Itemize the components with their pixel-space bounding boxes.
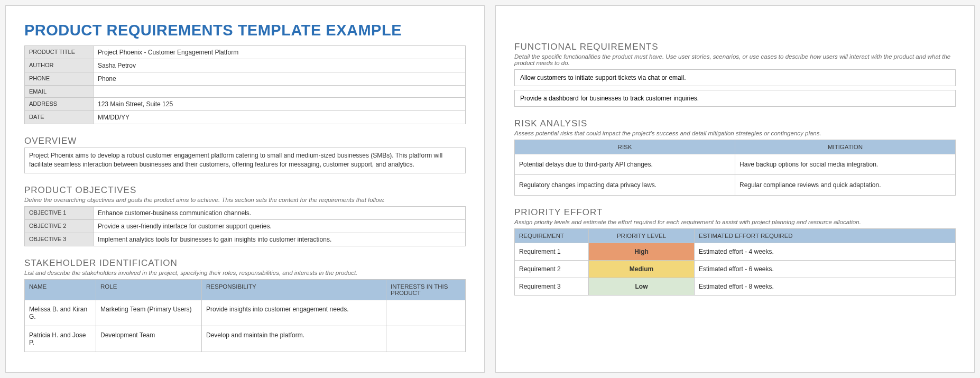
priority-req: Requirement 3: [515, 278, 589, 296]
stakeholders-sub: List and describe the stakeholders invol…: [24, 270, 466, 276]
info-label: ADDRESS: [25, 98, 94, 111]
priority-effort: Estimated effort - 6 weeks.: [695, 261, 956, 278]
functional-sub: Detail the specific functionalities the …: [514, 53, 956, 66]
priority-effort: Estimated effort - 4 weeks.: [695, 243, 956, 261]
info-label: PRODUCT TITLE: [25, 46, 94, 59]
info-value: Sasha Petrov: [94, 59, 466, 72]
stakeholder-role: Development Team: [96, 326, 202, 352]
risk-sub: Assess potential risks that could impact…: [514, 130, 956, 136]
stakeholder-col-role: ROLE: [96, 279, 202, 300]
document-title: PRODUCT REQUIREMENTS TEMPLATE EXAMPLE: [24, 22, 466, 39]
stakeholder-interests: [386, 300, 466, 326]
info-table: PRODUCT TITLEProject Phoenix - Customer …: [24, 45, 466, 124]
overview-heading: OVERVIEW: [24, 136, 466, 146]
functional-item: Allow customers to initiate support tick…: [514, 69, 956, 86]
table-row: Requirement 2 Medium Estimated effort - …: [515, 261, 956, 278]
risk-text: Regulatory changes impacting data privac…: [515, 175, 735, 196]
risk-heading: RISK ANALYSIS: [514, 118, 956, 129]
table-row: Potential delays due to third-party API …: [515, 154, 956, 175]
mitigation-text: Regular compliance reviews and quick ada…: [735, 175, 956, 196]
stakeholder-resp: Provide insights into customer engagemen…: [202, 300, 386, 326]
table-row: Regulatory changes impacting data privac…: [515, 175, 956, 196]
priority-col-effort: ESTIMATED EFFORT REQUIRED: [695, 229, 956, 243]
risk-table: RISK MITIGATION Potential delays due to …: [514, 140, 956, 196]
priority-level-medium: Medium: [589, 261, 695, 278]
risk-col-mitigation: MITIGATION: [735, 140, 956, 154]
info-value: [94, 86, 466, 98]
info-label: AUTHOR: [25, 59, 94, 72]
table-row: Requirement 3 Low Estimated effort - 8 w…: [515, 278, 956, 296]
objective-label: OBJECTIVE 1: [25, 206, 94, 219]
objective-text: Provide a user-friendly interface for cu…: [94, 219, 466, 233]
info-value: MM/DD/YY: [94, 111, 466, 124]
priority-col-req: REQUIREMENT: [515, 229, 589, 243]
info-label: EMAIL: [25, 86, 94, 98]
stakeholder-interests: [386, 326, 466, 352]
risk-col-risk: RISK: [515, 140, 735, 154]
info-label: PHONE: [25, 72, 94, 86]
objective-text: Enhance customer-business communication …: [94, 206, 466, 219]
functional-item: Provide a dashboard for businesses to tr…: [514, 90, 956, 107]
stakeholders-table: NAME ROLE RESPONSIBILITY INTERESTS IN TH…: [24, 279, 466, 352]
stakeholder-col-interests: INTERESTS IN THIS PRODUCT: [386, 279, 466, 300]
objective-label: OBJECTIVE 2: [25, 219, 94, 233]
mitigation-text: Have backup options for social media int…: [735, 154, 956, 175]
priority-level-low: Low: [589, 278, 695, 296]
objective-label: OBJECTIVE 3: [25, 233, 94, 246]
page-2: FUNCTIONAL REQUIREMENTS Detail the speci…: [495, 5, 975, 373]
priority-heading: PRIORITY EFFORT: [514, 207, 956, 218]
table-row: Melissa B. and Kiran G. Marketing Team (…: [25, 300, 466, 326]
info-value: Project Phoenix - Customer Engagement Pl…: [94, 46, 466, 59]
functional-heading: FUNCTIONAL REQUIREMENTS: [514, 42, 956, 52]
info-label: DATE: [25, 111, 94, 124]
priority-req: Requirement 1: [515, 243, 589, 261]
priority-col-level: PRIORITY LEVEL: [589, 229, 695, 243]
objectives-heading: PRODUCT OBJECTIVES: [24, 185, 466, 196]
priority-effort: Estimated effort - 8 weeks.: [695, 278, 956, 296]
objective-text: Implement analytics tools for businesses…: [94, 233, 466, 246]
stakeholder-col-resp: RESPONSIBILITY: [202, 279, 386, 300]
stakeholder-name: Melissa B. and Kiran G.: [25, 300, 96, 326]
stakeholders-heading: STAKEHOLDER IDENTIFICATION: [24, 258, 466, 269]
priority-sub: Assign priority levels and estimate the …: [514, 219, 956, 225]
info-value: Phone: [94, 72, 466, 86]
priority-table: REQUIREMENT PRIORITY LEVEL ESTIMATED EFF…: [514, 228, 956, 296]
priority-req: Requirement 2: [515, 261, 589, 278]
risk-text: Potential delays due to third-party API …: [515, 154, 735, 175]
overview-text: Project Phoenix aims to develop a robust…: [24, 147, 466, 173]
objectives-sub: Define the overarching objectives and go…: [24, 197, 466, 203]
table-row: Patricia H. and Jose P. Development Team…: [25, 326, 466, 352]
priority-level-high: High: [589, 243, 695, 261]
table-row: Requirement 1 High Estimated effort - 4 …: [515, 243, 956, 261]
stakeholder-resp: Develop and maintain the platform.: [202, 326, 386, 352]
page-1: PRODUCT REQUIREMENTS TEMPLATE EXAMPLE PR…: [5, 5, 485, 373]
info-value: 123 Main Street, Suite 125: [94, 98, 466, 111]
stakeholder-col-name: NAME: [25, 279, 96, 300]
objectives-table: OBJECTIVE 1Enhance customer-business com…: [24, 206, 466, 246]
stakeholder-name: Patricia H. and Jose P.: [25, 326, 96, 352]
stakeholder-role: Marketing Team (Primary Users): [96, 300, 202, 326]
